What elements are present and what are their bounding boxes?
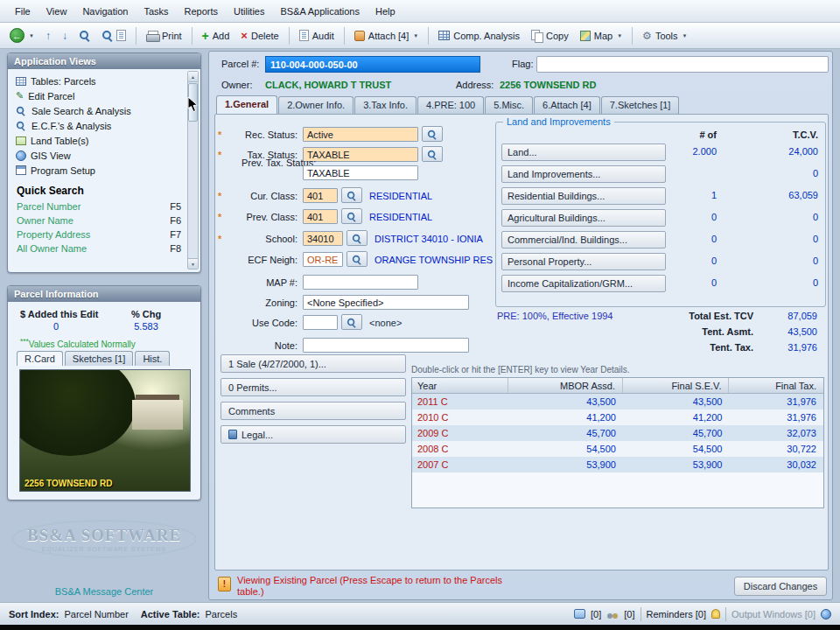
sidebar-item-tables-parcels[interactable]: Tables: Parcels bbox=[8, 74, 200, 88]
ecf-neigh-field[interactable]: OR-RE bbox=[303, 252, 343, 267]
menu-reports[interactable]: Reports bbox=[177, 0, 227, 22]
year-cell: 2007 C bbox=[412, 459, 508, 470]
use-code-field[interactable] bbox=[303, 315, 338, 330]
comments-button[interactable]: Comments bbox=[220, 402, 406, 420]
tax-status-lookup-button[interactable] bbox=[422, 146, 443, 162]
back-button[interactable]: ←▼ bbox=[5, 25, 38, 46]
cur-class-lookup-button[interactable] bbox=[341, 187, 362, 203]
table-row[interactable]: 2008 C 54,500 54,500 30,722 bbox=[412, 441, 823, 457]
tab-rcard[interactable]: R.Card bbox=[17, 351, 63, 366]
land-improvements-button[interactable]: Land Improvements... bbox=[501, 165, 666, 183]
comp-analysis-button[interactable]: Comp. Analysis bbox=[434, 28, 524, 44]
quick-search-owner-name[interactable]: Owner NameF6 bbox=[8, 214, 200, 228]
tools-button[interactable]: ⚙Tools▼ bbox=[638, 28, 691, 44]
tab-attach[interactable]: 6.Attach [4] bbox=[534, 96, 600, 114]
tab-tax-info[interactable]: 3.Tax Info. bbox=[354, 96, 416, 114]
menu-tasks[interactable]: Tasks bbox=[136, 0, 176, 22]
scroll-up-arrow[interactable]: ▲ bbox=[188, 72, 198, 82]
discard-changes-button[interactable]: Discard Changes bbox=[734, 577, 827, 596]
table-row[interactable]: 2009 C 45,700 45,700 32,073 bbox=[412, 425, 823, 441]
sidebar-item-ecf-analysis[interactable]: E.C.F.'s & Analysis bbox=[8, 118, 200, 133]
parcel-number-field[interactable]: 110-004-000-050-00 bbox=[265, 56, 480, 73]
tab-general[interactable]: 1.General bbox=[216, 95, 277, 114]
rec-status-field[interactable]: Active bbox=[303, 127, 418, 142]
school-field[interactable]: 34010 bbox=[303, 231, 343, 246]
agricultural-buildings-button[interactable]: Agricultural Buildings... bbox=[501, 209, 666, 227]
menu-bsa-applications[interactable]: BS&A Applications bbox=[272, 0, 368, 22]
output-windows-label[interactable]: Output Windows [0] bbox=[732, 609, 816, 620]
use-code-lookup-button[interactable] bbox=[341, 314, 362, 330]
menu-utilities[interactable]: Utilities bbox=[226, 0, 272, 22]
mbor-column-header[interactable]: MBOR Assd. bbox=[508, 378, 623, 393]
map-button[interactable]: Map▼ bbox=[576, 28, 626, 44]
menu-file[interactable]: File bbox=[7, 0, 38, 22]
attach-button[interactable]: Attach [4]▼ bbox=[350, 28, 423, 44]
sidebar-item-land-tables[interactable]: Land Table(s) bbox=[8, 133, 200, 148]
zoning-field[interactable]: <None Specified> bbox=[303, 295, 469, 310]
tab-owner-info[interactable]: 2.Owner Info. bbox=[278, 96, 354, 114]
ecf-neigh-lookup-button[interactable] bbox=[346, 251, 368, 267]
sidebar-item-gis-view[interactable]: GIS View bbox=[8, 148, 200, 163]
table-row[interactable]: 2011 C 43,500 43,500 31,976 bbox=[412, 394, 823, 410]
nav-down-button[interactable]: ↓ bbox=[58, 28, 72, 44]
audit-button[interactable]: Audit bbox=[295, 27, 339, 44]
year-column-header[interactable]: Year bbox=[412, 378, 508, 393]
sidebar-item-edit-parcel[interactable]: ✎Edit Parcel bbox=[8, 88, 200, 103]
users-count: [0] bbox=[624, 609, 634, 620]
prev-class-lookup-button[interactable] bbox=[341, 208, 362, 224]
users-icon[interactable] bbox=[606, 609, 619, 619]
commercial-buildings-button[interactable]: Commercial/Ind. Buildings... bbox=[501, 231, 666, 248]
tab-misc[interactable]: 5.Misc. bbox=[485, 96, 533, 114]
menu-view[interactable]: View bbox=[38, 0, 75, 22]
copy-button[interactable]: Copy bbox=[527, 27, 573, 44]
sales-button[interactable]: 1 Sale (4/27/2000, 1)... bbox=[220, 354, 406, 373]
message-center-link[interactable]: BS&A Message Center bbox=[7, 586, 201, 597]
rec-status-lookup-button[interactable] bbox=[422, 126, 443, 142]
tab-pre[interactable]: 4.PRE: 100 bbox=[417, 96, 484, 114]
parcel-photo[interactable]: 2256 TOWNSEND RD bbox=[19, 369, 191, 492]
prev-class-field[interactable]: 401 bbox=[303, 209, 338, 224]
map-number-field[interactable] bbox=[303, 275, 418, 290]
residential-buildings-button[interactable]: Residential Buildings... bbox=[501, 187, 666, 205]
sidebar-item-program-setup[interactable]: Program Setup bbox=[8, 163, 200, 178]
table-row[interactable]: 2010 C 41,200 41,200 31,976 bbox=[412, 410, 823, 425]
sidebar-item-sale-search[interactable]: Sale Search & Analysis bbox=[8, 103, 200, 118]
computer-icon[interactable] bbox=[574, 609, 585, 619]
status-separator bbox=[725, 607, 726, 621]
bell-icon[interactable] bbox=[711, 609, 720, 619]
print-button[interactable]: Print bbox=[142, 28, 186, 44]
tax-column-header[interactable]: Final Tax. bbox=[729, 378, 823, 393]
note-field[interactable] bbox=[303, 338, 469, 353]
school-lookup-button[interactable] bbox=[346, 230, 368, 246]
tab-hist[interactable]: Hist. bbox=[135, 351, 170, 366]
land-button[interactable]: Land... bbox=[501, 144, 666, 161]
reminders-label[interactable]: Reminders [0] bbox=[647, 609, 706, 620]
tab-sketches[interactable]: Sketches [1] bbox=[65, 351, 134, 366]
tax-status-field[interactable]: TAXABLE bbox=[303, 147, 418, 162]
comp-analysis-label: Comp. Analysis bbox=[453, 31, 520, 41]
globe-status-icon[interactable] bbox=[821, 609, 831, 620]
search-form-button[interactable] bbox=[97, 27, 130, 44]
search-button[interactable] bbox=[74, 27, 94, 44]
prev-tax-status-field[interactable]: TAXABLE bbox=[303, 165, 418, 180]
delete-label: Delete bbox=[251, 31, 279, 41]
cur-class-field[interactable]: 401 bbox=[303, 188, 338, 203]
quick-search-property-address[interactable]: Property AddressF7 bbox=[8, 228, 200, 242]
delete-button[interactable]: ×Delete bbox=[236, 27, 283, 44]
income-capitalization-button[interactable]: Income Capitalization/GRM... bbox=[501, 275, 666, 292]
year-history-table[interactable]: Year MBOR Assd. Final S.E.V. Final Tax. … bbox=[411, 377, 824, 508]
legal-button[interactable]: Legal... bbox=[220, 425, 406, 444]
personal-property-button[interactable]: Personal Property... bbox=[501, 253, 666, 270]
scroll-down-arrow[interactable]: ▼ bbox=[188, 258, 198, 269]
permits-button[interactable]: 0 Permits... bbox=[220, 378, 406, 396]
add-button[interactable]: +Add bbox=[198, 27, 234, 45]
quick-search-all-owner-name[interactable]: All Owner NameF8 bbox=[8, 242, 200, 256]
menu-navigation[interactable]: Navigation bbox=[74, 0, 136, 22]
table-row[interactable]: 2007 C 53,900 53,900 30,032 bbox=[412, 457, 823, 472]
menu-help[interactable]: Help bbox=[368, 0, 403, 22]
tab-sketches-main[interactable]: 7.Sketches [1] bbox=[601, 96, 680, 114]
nav-up-button[interactable]: ↑ bbox=[41, 28, 55, 44]
sev-column-header[interactable]: Final S.E.V. bbox=[623, 378, 729, 393]
quick-search-parcel-number[interactable]: Parcel NumberF5 bbox=[8, 200, 200, 214]
flag-field[interactable] bbox=[536, 56, 829, 73]
